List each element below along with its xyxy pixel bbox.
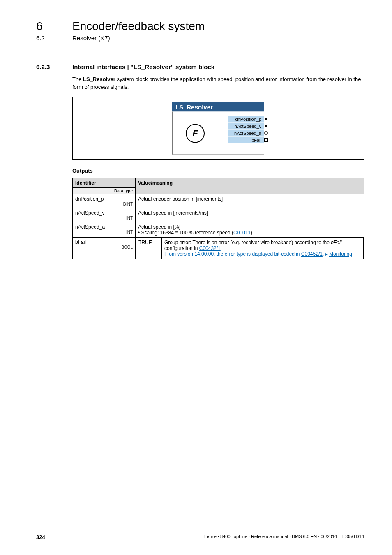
subchapter-title: Resolver (X7) [72,35,110,42]
section-title: Internal interfaces | "LS_Resolver" syst… [72,63,214,70]
block-circle-icon: F [186,124,205,143]
row-datatype: INT [75,230,133,234]
diagram-frame: LS_Resolver F dnPosition_p nActSpeed_v n… [72,97,364,160]
true-line1-link[interactable]: C00432/1 [199,245,221,251]
true-line2-b: , the error type is displayed bit-coded … [214,251,301,257]
subchapter-number: 6.2 [36,35,72,42]
row-value-main: Actual speed in [%] [138,224,361,230]
true-line2-link2[interactable]: Monitoring [329,251,352,257]
chapter-title: Encoder/feedback system [72,20,205,33]
section-number: 6.2.3 [36,63,72,70]
th-identifier-label: Identifier [75,180,133,186]
table-row: bFail BOOL TRUE Group error: There is an… [73,237,364,259]
true-line1-c: . [221,245,222,251]
page-number: 324 [36,534,45,540]
row-value: Actual encoder position in [increments] [136,194,364,208]
th-identifier: Identifier Data type [73,178,136,194]
block-title: LS_Resolver [172,102,264,111]
section-row: 6.2.3 Internal interfaces | "LS_Resolver… [36,63,364,70]
row-identifier: bFail [75,239,133,245]
table-row: nActSpeed_v INT Actual speed in [increme… [73,208,364,222]
true-line1-a: Group error: There is an error (e.g. res… [164,240,331,245]
divider [36,53,364,53]
row-value: Actual speed in [%] • Scaling: 16384 ≡ 1… [136,222,364,237]
row-datatype: BOOL [75,245,133,250]
port-bfail: bFail [228,136,264,143]
true-label: TRUE [136,238,162,259]
true-description: Group error: There is an error (e.g. res… [162,238,364,259]
true-line1-b: configuration in [164,245,199,251]
bullet-prefix: • Scaling: 16384 ≡ 100 % reference speed… [138,230,233,236]
table-row: dnPosition_p DINT Actual encoder positio… [73,194,364,208]
true-line2-link1[interactable]: C00452/1 [301,251,323,257]
th-datatype-label: Data type [73,187,135,194]
true-line2-version: From version 14.00.00 [164,251,214,257]
bullet-link[interactable]: C00011 [233,230,251,236]
block-body: F dnPosition_p nActSpeed_v nActSpeed_a b… [172,111,264,154]
true-line2-c: . ▸ [323,251,329,257]
port-stack: dnPosition_p nActSpeed_v nActSpeed_a bFa… [228,116,264,143]
intro-paragraph: The LS_Resolver system block provides th… [72,76,364,91]
row-identifier: nActSpeed_a [75,224,133,230]
table-row: nActSpeed_a INT Actual speed in [%] • Sc… [73,222,364,237]
port-dnposition: dnPosition_p [228,116,264,122]
subchapter-row: 6.2 Resolver (X7) [36,35,364,42]
page-footer: 324 Lenze · 8400 TopLine · Reference man… [36,534,364,540]
row-identifier: dnPosition_p [75,196,133,202]
row-identifier: nActSpeed_v [75,210,133,216]
row-datatype: INT [75,216,133,220]
true-line1-italic: bFail [331,240,341,245]
outputs-heading: Outputs [72,168,364,174]
bullet-suffix: ) [251,230,252,236]
row-value-bullet: • Scaling: 16384 ≡ 100 % reference speed… [138,230,361,236]
system-block: LS_Resolver F dnPosition_p nActSpeed_v n… [172,102,264,154]
port-nactspeed-v: nActSpeed_v [228,123,264,129]
chapter-number: 6 [36,20,72,33]
intro-text: The [72,76,83,82]
intro-text: system block provides the application wi… [72,76,361,90]
row-datatype: DINT [75,202,133,206]
io-table: Identifier Data type Value/meaning dnPos… [72,178,364,259]
port-nactspeed-a: nActSpeed_a [228,130,264,136]
chapter-row: 6 Encoder/feedback system [36,20,364,33]
row-value: Actual speed in [increments/ms] [136,208,364,222]
th-value: Value/meaning [136,178,364,194]
footer-right: Lenze · 8400 TopLine · Reference manual … [204,534,364,540]
intro-bold: LS_Resolver [83,76,115,82]
true-subtable: TRUE Group error: There is an error (e.g… [136,238,364,259]
row-value: TRUE Group error: There is an error (e.g… [136,237,364,259]
